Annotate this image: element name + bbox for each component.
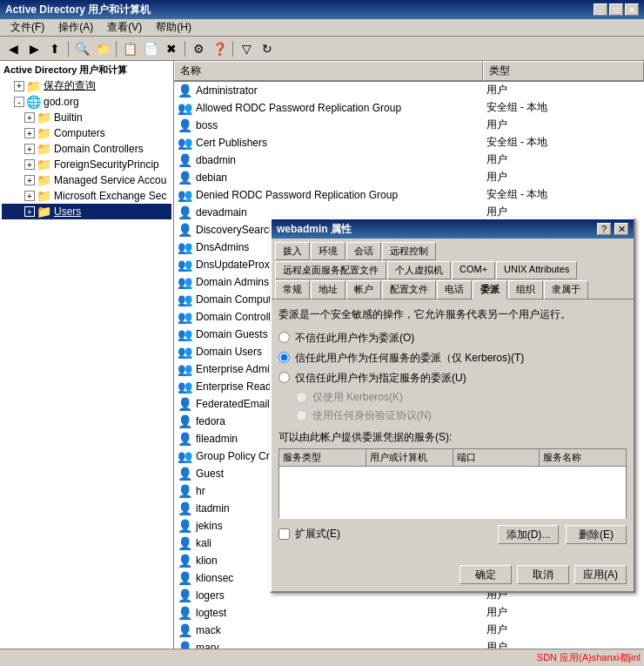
ok-button[interactable]: 确定 bbox=[460, 565, 512, 584]
sub-radio-item-1: 仅使用 Kerberos(K) bbox=[296, 390, 627, 405]
extended-label: 扩展式(E) bbox=[295, 527, 340, 542]
service-section-label: 可以由此帐户提供委派凭据的服务(S): bbox=[278, 430, 627, 445]
sub-radio-label-kerberos: 仅使用 Kerberos(K) bbox=[312, 390, 403, 405]
tab-row2: 远程桌面服务配置文件 个人虚拟机 COM+ UNIX Attributes bbox=[275, 261, 630, 279]
dialog-action-buttons: 确定 取消 应用(A) bbox=[272, 562, 634, 591]
tab-environment[interactable]: 环境 bbox=[311, 242, 345, 260]
tab-remote-in[interactable]: 拨入 bbox=[275, 242, 310, 260]
radio-label-3: 仅信任此用户作为指定服务的委派(U) bbox=[295, 371, 466, 386]
delete-button[interactable]: 删除(E) bbox=[566, 525, 627, 544]
radio-option-1[interactable] bbox=[278, 332, 290, 343]
tab-general[interactable]: 常规 bbox=[275, 280, 310, 299]
dialog-tabs-row1: 拨入 环境 会话 远程控制 远程桌面服务配置文件 个人虚拟机 COM+ UNIX… bbox=[272, 239, 634, 299]
dialog-close-button[interactable]: ✕ bbox=[614, 223, 628, 235]
service-col-user: 用户或计算机 bbox=[366, 449, 453, 466]
tab-session[interactable]: 会话 bbox=[346, 242, 381, 260]
radio-group: 不信任此用户作为委派(O) 信任此用户作为任何服务的委派（仅 Kerberos)… bbox=[278, 331, 627, 423]
radio-label-1: 不信任此用户作为委派(O) bbox=[295, 331, 414, 346]
dialog-help-button[interactable]: ? bbox=[597, 223, 611, 235]
service-table: 服务类型 用户或计算机 端口 服务名称 bbox=[278, 448, 627, 518]
tab-row1: 拨入 环境 会话 远程控制 bbox=[275, 242, 630, 259]
add-button[interactable]: 添加(D)... bbox=[498, 525, 559, 544]
dialog-title-buttons: ? ✕ bbox=[597, 223, 628, 235]
radio-option-3[interactable] bbox=[278, 372, 290, 383]
apply-button[interactable]: 应用(A) bbox=[574, 565, 627, 584]
properties-dialog: webadmin 属性 ? ✕ 拨入 环境 会话 远程控制 远程桌面服务配置文件… bbox=[270, 218, 635, 593]
service-controls: 扩展式(E) 添加(D)... 删除(E) bbox=[278, 525, 627, 549]
checkbox-row: 扩展式(E) bbox=[278, 527, 340, 542]
radio-option-2[interactable] bbox=[278, 352, 290, 363]
tab-member-of[interactable]: 隶属于 bbox=[544, 280, 588, 299]
sub-options: 仅使用 Kerberos(K) 使用任何身份验证协议(N) bbox=[296, 390, 627, 423]
tab-org[interactable]: 组织 bbox=[508, 280, 543, 299]
sub-radio-label-any-auth: 使用任何身份验证协议(N) bbox=[312, 408, 432, 423]
delegation-description: 委派是一个安全敏感的操作，它允许服务代表另一个用户运行。 bbox=[278, 306, 627, 322]
sub-radio-item-2: 使用任何身份验证协议(N) bbox=[296, 408, 627, 423]
tab-remote-control[interactable]: 远程控制 bbox=[382, 242, 436, 260]
tab-com[interactable]: COM+ bbox=[452, 261, 495, 279]
tab-rdp-profile[interactable]: 远程桌面服务配置文件 bbox=[275, 261, 386, 279]
radio-label-2: 信任此用户作为任何服务的委派（仅 Kerberos)(T) bbox=[295, 351, 524, 366]
dialog-content: 委派是一个安全敏感的操作，它允许服务代表另一个用户运行。 不信任此用户作为委派(… bbox=[272, 299, 634, 562]
watermark: SDN 应用(A)shanxi都jinl bbox=[537, 651, 641, 664]
tab-address[interactable]: 地址 bbox=[311, 280, 345, 299]
radio-item-1: 不信任此用户作为委派(O) bbox=[278, 331, 627, 346]
tab-virtual-machine[interactable]: 个人虚拟机 bbox=[387, 261, 451, 279]
tab-delegation[interactable]: 委派 bbox=[473, 280, 507, 299]
sub-radio-kerberos[interactable] bbox=[296, 392, 307, 403]
tab-unix[interactable]: UNIX Attributes bbox=[496, 261, 577, 279]
tab-row3: 常规 地址 帐户 配置文件 电话 委派 组织 隶属于 bbox=[275, 280, 630, 299]
dialog-overlay: webadmin 属性 ? ✕ 拨入 环境 会话 远程控制 远程桌面服务配置文件… bbox=[0, 0, 644, 666]
cancel-button[interactable]: 取消 bbox=[517, 565, 569, 584]
tab-phone[interactable]: 电话 bbox=[437, 280, 472, 299]
service-col-type: 服务类型 bbox=[279, 449, 366, 466]
sub-radio-any-auth[interactable] bbox=[296, 410, 307, 421]
radio-item-2: 信任此用户作为任何服务的委派（仅 Kerberos)(T) bbox=[278, 351, 627, 366]
radio-item-3: 仅信任此用户作为指定服务的委派(U) bbox=[278, 371, 627, 386]
tab-account[interactable]: 帐户 bbox=[346, 280, 381, 299]
dialog-title-text: webadmin 属性 bbox=[277, 222, 352, 237]
service-col-name: 服务名称 bbox=[540, 449, 626, 466]
tab-profile[interactable]: 配置文件 bbox=[382, 280, 436, 299]
dialog-title-bar: webadmin 属性 ? ✕ bbox=[272, 219, 634, 239]
extended-checkbox[interactable] bbox=[278, 528, 290, 540]
service-col-port: 端口 bbox=[453, 449, 540, 466]
service-table-body bbox=[279, 467, 626, 519]
service-buttons: 添加(D)... 删除(E) bbox=[498, 525, 627, 544]
service-table-header: 服务类型 用户或计算机 端口 服务名称 bbox=[279, 449, 626, 467]
